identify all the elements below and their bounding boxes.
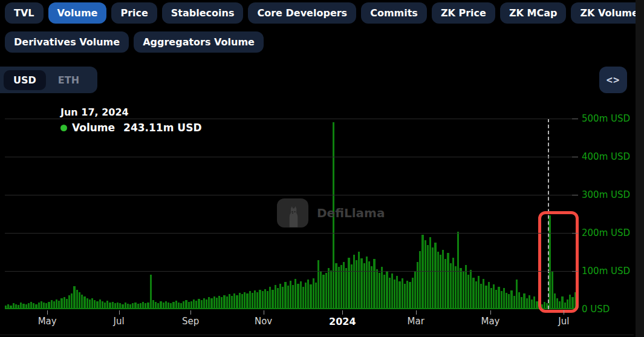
- volume-bar[interactable]: [510, 290, 512, 308]
- volume-bar[interactable]: [218, 296, 220, 308]
- volume-bar[interactable]: [302, 287, 304, 308]
- volume-bar[interactable]: [137, 304, 139, 308]
- volume-bar[interactable]: [338, 267, 340, 308]
- volume-bar[interactable]: [76, 290, 78, 308]
- volume-bar[interactable]: [18, 305, 19, 308]
- volume-bar[interactable]: [127, 304, 129, 308]
- volume-bar[interactable]: [79, 292, 80, 308]
- volume-bar[interactable]: [371, 266, 372, 308]
- volume-bar[interactable]: [379, 273, 380, 308]
- volume-bar[interactable]: [300, 281, 302, 308]
- volume-bar[interactable]: [360, 258, 362, 308]
- volume-bar[interactable]: [256, 292, 258, 308]
- volume-bar[interactable]: [447, 253, 449, 308]
- volume-bar[interactable]: [66, 299, 68, 308]
- volume-bar[interactable]: [381, 267, 383, 308]
- volume-bar[interactable]: [198, 299, 200, 308]
- volume-bar[interactable]: [424, 240, 426, 308]
- volume-bar[interactable]: [129, 304, 131, 308]
- volume-bar[interactable]: [313, 278, 314, 308]
- volume-bar[interactable]: [480, 284, 482, 308]
- volume-bar[interactable]: [262, 291, 264, 308]
- currency-option-eth[interactable]: ETH: [48, 70, 89, 90]
- volume-bar[interactable]: [485, 286, 487, 308]
- volume-bar[interactable]: [206, 299, 207, 308]
- volume-bar[interactable]: [33, 303, 34, 308]
- tab-zk-volume[interactable]: ZK Volume: [571, 2, 644, 24]
- volume-bar[interactable]: [353, 255, 355, 308]
- volume-bar[interactable]: [236, 295, 238, 308]
- volume-bar[interactable]: [506, 293, 507, 308]
- volume-bar[interactable]: [216, 298, 218, 308]
- volume-bar[interactable]: [244, 292, 246, 308]
- volume-bar[interactable]: [386, 272, 388, 308]
- volume-bar[interactable]: [28, 303, 30, 308]
- tab-core-developers[interactable]: Core Developers: [248, 2, 356, 24]
- volume-bar[interactable]: [417, 262, 418, 308]
- volume-bar[interactable]: [109, 303, 111, 308]
- volume-bar[interactable]: [368, 261, 370, 308]
- volume-bar[interactable]: [275, 285, 276, 308]
- volume-bar[interactable]: [147, 303, 149, 308]
- volume-bar[interactable]: [22, 304, 24, 308]
- volume-bar[interactable]: [193, 299, 195, 308]
- volume-bar[interactable]: [315, 283, 317, 308]
- volume-bar[interactable]: [233, 293, 235, 308]
- volume-bar[interactable]: [221, 297, 223, 308]
- volume-bar[interactable]: [99, 299, 101, 308]
- volume-bar[interactable]: [472, 278, 474, 308]
- volume-bar[interactable]: [223, 295, 225, 308]
- volume-bar[interactable]: [165, 301, 167, 308]
- volume-bar[interactable]: [122, 304, 123, 308]
- embed-chart-button[interactable]: <>: [599, 67, 627, 93]
- volume-bar[interactable]: [495, 290, 497, 308]
- volume-bar[interactable]: [229, 294, 230, 308]
- volume-bar[interactable]: [68, 295, 70, 308]
- volume-bar[interactable]: [498, 287, 499, 308]
- volume-bar[interactable]: [513, 296, 515, 308]
- volume-bar[interactable]: [444, 259, 446, 308]
- tab-tvl[interactable]: TVL: [5, 2, 44, 24]
- volume-bar[interactable]: [376, 269, 378, 308]
- volume-bar[interactable]: [409, 282, 411, 308]
- volume-bar[interactable]: [60, 298, 62, 308]
- volume-bar[interactable]: [38, 303, 40, 308]
- volume-bar[interactable]: [249, 291, 251, 308]
- volume-bar[interactable]: [508, 294, 510, 308]
- tab-stablecoins[interactable]: Stablecoins: [162, 2, 244, 24]
- volume-bar[interactable]: [465, 265, 467, 308]
- volume-bar[interactable]: [213, 296, 215, 308]
- volume-bar[interactable]: [516, 280, 518, 308]
- volume-bar[interactable]: [73, 286, 75, 308]
- volume-bar[interactable]: [239, 293, 241, 308]
- tab-price[interactable]: Price: [111, 2, 157, 24]
- tab-zk-price[interactable]: ZK Price: [432, 2, 495, 24]
- volume-bar[interactable]: [345, 268, 347, 308]
- volume-bar[interactable]: [231, 296, 233, 308]
- volume-bar[interactable]: [104, 303, 106, 308]
- volume-bar[interactable]: [272, 290, 273, 308]
- volume-bar[interactable]: [277, 288, 279, 308]
- volume-bar[interactable]: [531, 299, 533, 308]
- volume-bar[interactable]: [152, 300, 154, 308]
- volume-bar[interactable]: [51, 300, 53, 308]
- volume-bar[interactable]: [427, 245, 429, 308]
- tab-commits[interactable]: Commits: [361, 2, 427, 24]
- volume-bar[interactable]: [330, 270, 332, 308]
- volume-bar[interactable]: [406, 281, 408, 308]
- volume-bar[interactable]: [404, 284, 406, 308]
- volume-bar[interactable]: [419, 251, 421, 309]
- volume-bar[interactable]: [292, 285, 294, 308]
- volume-bar[interactable]: [102, 301, 103, 308]
- volume-bar[interactable]: [157, 303, 159, 308]
- volume-bar[interactable]: [412, 278, 414, 308]
- volume-bar[interactable]: [490, 288, 492, 308]
- volume-bar[interactable]: [373, 259, 375, 308]
- volume-bar[interactable]: [310, 284, 311, 308]
- volume-bar[interactable]: [63, 297, 65, 308]
- volume-bar[interactable]: [305, 283, 307, 308]
- volume-bar[interactable]: [533, 296, 535, 308]
- volume-bar[interactable]: [114, 303, 116, 308]
- volume-bar[interactable]: [5, 306, 7, 308]
- volume-bar[interactable]: [282, 287, 284, 308]
